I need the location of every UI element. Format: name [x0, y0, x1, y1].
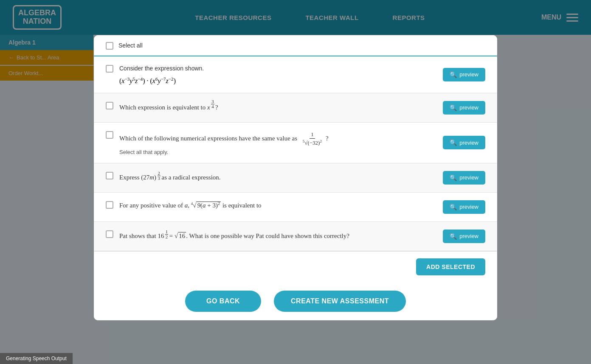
- search-icon: 🔍: [450, 204, 457, 210]
- q6-preview-button[interactable]: 🔍 preview: [443, 230, 485, 243]
- question-row: Express (27m) 2 3 as a radical expressio…: [94, 163, 497, 193]
- q5-content: For any positive value of a, 4√9(a + 3)2…: [119, 200, 437, 210]
- q4-content: Express (27m) 2 3 as a radical expressio…: [119, 171, 437, 182]
- question-row: Which of the following numerical express…: [94, 123, 497, 163]
- add-selected-button[interactable]: ADD SELECTED: [416, 258, 485, 275]
- modal: Select all Consider the expression shown…: [94, 35, 497, 320]
- q3-preview-button[interactable]: 🔍 preview: [443, 136, 485, 149]
- q1-checkbox[interactable]: [106, 65, 113, 73]
- q3-sub: Select all that apply.: [119, 149, 437, 155]
- q2-checkbox[interactable]: [106, 102, 113, 109]
- modal-footer: GO BACK CREATE NEW ASSESSMENT: [94, 282, 497, 320]
- q3-checkbox[interactable]: [106, 131, 113, 139]
- search-icon: 🔍: [450, 174, 457, 181]
- search-icon: 🔍: [450, 71, 457, 78]
- add-selected-area: ADD SELECTED: [94, 251, 497, 282]
- q3-content: Which of the following numerical express…: [119, 130, 437, 155]
- modal-overlay: Select all Consider the expression shown…: [0, 0, 591, 364]
- q1-text: Consider the expression shown.: [119, 64, 437, 73]
- q5-preview-button[interactable]: 🔍 preview: [443, 200, 485, 214]
- question-row: For any positive value of a, 4√9(a + 3)2…: [94, 193, 497, 222]
- q6-content: Pat shows that 16 1 2 = √16. What is one…: [119, 230, 437, 241]
- go-back-button[interactable]: GO BACK: [185, 291, 261, 312]
- q3-text: Which of the following numerical express…: [119, 130, 437, 147]
- status-bar: Generating Speech Output: [0, 353, 73, 364]
- q5-checkbox[interactable]: [106, 201, 113, 209]
- q2-text: Which expression is equivalent to x 3 4 …: [119, 101, 437, 112]
- q2-content: Which expression is equivalent to x 3 4 …: [119, 101, 437, 112]
- question-row: Consider the expression shown. (x−3y5z−4…: [94, 56, 497, 93]
- q1-math: (x−3y5z−4) · (x6y−7z−2): [119, 76, 437, 85]
- search-icon: 🔍: [450, 104, 457, 111]
- select-all-label: Select all: [118, 42, 143, 49]
- question-row: Pat shows that 16 1 2 = √16. What is one…: [94, 222, 497, 251]
- status-text: Generating Speech Output: [6, 356, 67, 361]
- q1-preview-button[interactable]: 🔍 preview: [443, 68, 485, 81]
- question-row: Which expression is equivalent to x 3 4 …: [94, 93, 497, 123]
- create-assessment-button[interactable]: CREATE NEW ASSESSMENT: [274, 291, 406, 312]
- select-all-checkbox[interactable]: [106, 42, 113, 50]
- q5-text: For any positive value of a, 4√9(a + 3)2…: [119, 200, 437, 210]
- q6-text: Pat shows that 16 1 2 = √16. What is one…: [119, 230, 437, 241]
- q4-checkbox[interactable]: [106, 172, 113, 179]
- q4-text: Express (27m) 2 3 as a radical expressio…: [119, 171, 437, 182]
- q2-preview-button[interactable]: 🔍 preview: [443, 101, 485, 115]
- q6-checkbox[interactable]: [106, 230, 113, 238]
- search-icon: 🔍: [450, 233, 457, 240]
- modal-scroll[interactable]: Select all Consider the expression shown…: [94, 35, 497, 251]
- q4-preview-button[interactable]: 🔍 preview: [443, 171, 485, 185]
- select-all-row: Select all: [94, 35, 497, 56]
- q1-content: Consider the expression shown. (x−3y5z−4…: [119, 64, 437, 85]
- search-icon: 🔍: [450, 139, 457, 146]
